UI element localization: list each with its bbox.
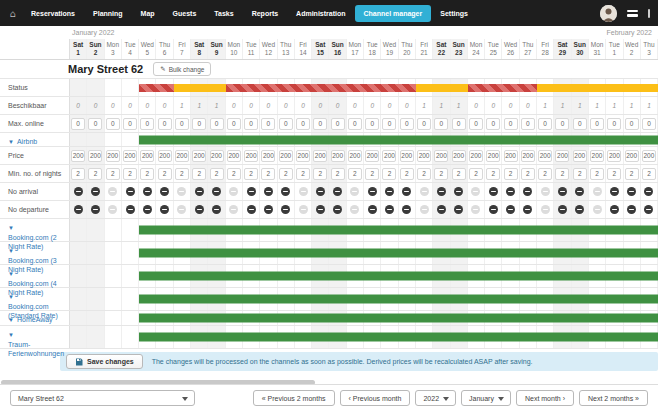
no-entry-icon[interactable] <box>541 205 550 214</box>
price-input[interactable] <box>227 150 241 162</box>
no-entry-icon[interactable] <box>385 205 394 214</box>
min-nights-input[interactable] <box>452 168 466 180</box>
no-entry-icon[interactable] <box>420 205 429 214</box>
price-input[interactable] <box>296 150 310 162</box>
nav-item-guests[interactable]: Guests <box>164 5 206 22</box>
no-entry-icon[interactable] <box>420 187 429 196</box>
nav-item-tasks[interactable]: Tasks <box>205 5 242 22</box>
max-online-input[interactable] <box>469 118 483 130</box>
min-nights-input[interactable] <box>158 168 172 180</box>
no-entry-icon[interactable] <box>264 187 273 196</box>
no-entry-icon[interactable] <box>437 205 446 214</box>
max-online-input[interactable] <box>331 118 345 130</box>
price-input[interactable] <box>434 150 448 162</box>
no-entry-icon[interactable] <box>333 187 342 196</box>
nav-item-map[interactable]: Map <box>132 5 164 22</box>
no-entry-icon[interactable] <box>454 205 463 214</box>
max-online-input[interactable] <box>382 118 396 130</box>
min-nights-input[interactable] <box>279 168 293 180</box>
price-input[interactable] <box>469 150 483 162</box>
price-input[interactable] <box>313 150 327 162</box>
no-entry-icon[interactable] <box>506 205 515 214</box>
min-nights-input[interactable] <box>625 168 639 180</box>
no-entry-icon[interactable] <box>143 205 152 214</box>
min-nights-input[interactable] <box>573 168 587 180</box>
no-entry-icon[interactable] <box>593 187 602 196</box>
no-entry-icon[interactable] <box>160 187 169 196</box>
no-entry-icon[interactable] <box>593 205 602 214</box>
max-online-input[interactable] <box>400 118 414 130</box>
price-input[interactable] <box>123 150 137 162</box>
no-entry-icon[interactable] <box>471 205 480 214</box>
nav-item-administration[interactable]: Administration <box>287 5 354 22</box>
max-online-input[interactable] <box>88 118 102 130</box>
min-nights-input[interactable] <box>313 168 327 180</box>
no-entry-icon[interactable] <box>368 205 377 214</box>
price-input[interactable] <box>192 150 206 162</box>
no-entry-icon[interactable] <box>610 205 619 214</box>
min-nights-input[interactable] <box>192 168 206 180</box>
price-input[interactable] <box>607 150 621 162</box>
min-nights-input[interactable] <box>227 168 241 180</box>
no-entry-icon[interactable] <box>195 187 204 196</box>
no-entry-icon[interactable] <box>368 187 377 196</box>
max-online-input[interactable] <box>607 118 621 130</box>
nav-item-settings[interactable]: Settings <box>431 5 477 22</box>
kebab-icon[interactable] <box>648 9 650 18</box>
price-input[interactable] <box>504 150 518 162</box>
no-entry-icon[interactable] <box>91 187 100 196</box>
max-online-input[interactable] <box>642 118 656 130</box>
price-input[interactable] <box>573 150 587 162</box>
min-nights-input[interactable] <box>504 168 518 180</box>
min-nights-input[interactable] <box>244 168 258 180</box>
no-entry-icon[interactable] <box>108 205 117 214</box>
no-entry-icon[interactable] <box>610 187 619 196</box>
no-entry-icon[interactable] <box>229 205 238 214</box>
min-nights-input[interactable] <box>296 168 310 180</box>
channel-link[interactable]: ▼Booking.com (Standard Rate) <box>0 288 70 310</box>
no-entry-icon[interactable] <box>195 205 204 214</box>
min-nights-input[interactable] <box>348 168 362 180</box>
price-input[interactable] <box>348 150 362 162</box>
no-entry-icon[interactable] <box>627 205 636 214</box>
no-entry-icon[interactable] <box>523 205 532 214</box>
min-nights-input[interactable] <box>88 168 102 180</box>
max-online-input[interactable] <box>417 118 431 130</box>
min-nights-input[interactable] <box>434 168 448 180</box>
no-entry-icon[interactable] <box>523 187 532 196</box>
no-entry-icon[interactable] <box>160 205 169 214</box>
max-online-input[interactable] <box>365 118 379 130</box>
price-input[interactable] <box>486 150 500 162</box>
no-entry-icon[interactable] <box>281 187 290 196</box>
min-nights-input[interactable] <box>538 168 552 180</box>
price-input[interactable] <box>279 150 293 162</box>
price-input[interactable] <box>71 150 85 162</box>
channel-link[interactable]: ▼Booking.com (3 Night Rate) <box>0 242 70 264</box>
price-input[interactable] <box>261 150 275 162</box>
max-online-input[interactable] <box>123 118 137 130</box>
no-entry-icon[interactable] <box>177 205 186 214</box>
no-entry-icon[interactable] <box>350 187 359 196</box>
nav-item-planning[interactable]: Planning <box>84 5 132 22</box>
channel-link[interactable]: ▼Booking.com (2 Night Rate) <box>0 219 70 241</box>
max-online-input[interactable] <box>452 118 466 130</box>
price-input[interactable] <box>365 150 379 162</box>
channel-link-airbnb[interactable]: ▼ Airbnb <box>0 133 70 146</box>
price-input[interactable] <box>452 150 466 162</box>
month-select[interactable]: January <box>461 390 511 406</box>
max-online-input[interactable] <box>434 118 448 130</box>
min-nights-input[interactable] <box>106 168 120 180</box>
no-entry-icon[interactable] <box>299 187 308 196</box>
price-input[interactable] <box>244 150 258 162</box>
min-nights-input[interactable] <box>175 168 189 180</box>
min-nights-input[interactable] <box>210 168 224 180</box>
price-input[interactable] <box>555 150 569 162</box>
min-nights-input[interactable] <box>382 168 396 180</box>
no-entry-icon[interactable] <box>644 187 653 196</box>
price-input[interactable] <box>642 150 656 162</box>
no-entry-icon[interactable] <box>385 187 394 196</box>
no-entry-icon[interactable] <box>333 205 342 214</box>
bulk-change-button[interactable]: ✎ Bulk change <box>153 62 211 76</box>
no-entry-icon[interactable] <box>506 187 515 196</box>
no-entry-icon[interactable] <box>229 187 238 196</box>
